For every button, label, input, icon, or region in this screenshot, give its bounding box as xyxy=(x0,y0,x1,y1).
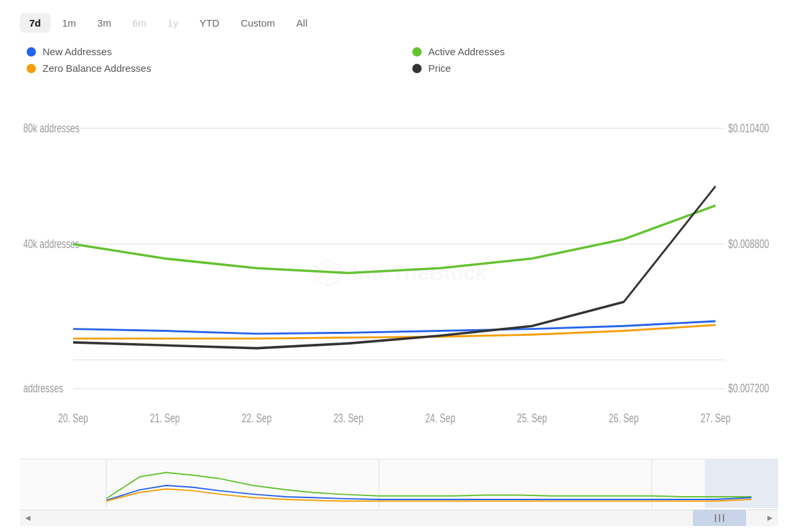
svg-text:21. Sep: 21. Sep xyxy=(150,411,180,425)
legend-active-addresses[interactable]: Active Addresses xyxy=(412,46,778,57)
legend-label-new-addresses: New Addresses xyxy=(43,46,112,57)
scroll-thumb-handle-1 xyxy=(715,514,716,522)
filter-7d[interactable]: 7d xyxy=(20,13,51,33)
svg-text:27. Sep: 27. Sep xyxy=(701,411,731,425)
chart-legend: New Addresses Active Addresses Zero Bala… xyxy=(20,46,778,74)
svg-text:24. Sep: 24. Sep xyxy=(426,411,456,425)
main-chart-svg: 80k addresses 40k addresses addresses $0… xyxy=(20,90,778,456)
svg-text:addresses: addresses xyxy=(23,381,63,395)
chart-area: IntoTheBlock 80k addresses 40k addresses… xyxy=(20,90,778,525)
legend-label-price: Price xyxy=(428,63,451,74)
filter-1m[interactable]: 1m xyxy=(53,13,86,33)
svg-text:26. Sep: 26. Sep xyxy=(609,411,639,425)
navigator-scrollbar[interactable]: ◀ ▶ xyxy=(20,509,778,525)
svg-text:$0.008800: $0.008800 xyxy=(728,236,769,250)
svg-text:40k addresses: 40k addresses xyxy=(23,236,80,250)
legend-zero-balance[interactable]: Zero Balance Addresses xyxy=(27,63,392,74)
chart-navigator: May '24 Jul '24 Sep '24 ◀ ▶ xyxy=(20,459,778,525)
legend-label-active-addresses: Active Addresses xyxy=(428,46,505,57)
time-filter-bar: 7d 1m 3m 6m 1y YTD Custom All xyxy=(20,13,778,33)
scroll-track[interactable] xyxy=(36,510,762,526)
legend-label-zero-balance: Zero Balance Addresses xyxy=(43,63,151,74)
svg-text:$0.010400: $0.010400 xyxy=(728,120,769,134)
filter-custom[interactable]: Custom xyxy=(231,13,285,33)
legend-dot-zero-balance xyxy=(27,64,36,73)
legend-price[interactable]: Price xyxy=(412,63,778,74)
svg-text:20. Sep: 20. Sep xyxy=(59,411,88,425)
filter-1y: 1y xyxy=(158,13,188,33)
filter-all[interactable]: All xyxy=(287,13,317,33)
filter-3m[interactable]: 3m xyxy=(88,13,120,33)
svg-text:22. Sep: 22. Sep xyxy=(242,411,272,425)
svg-text:23. Sep: 23. Sep xyxy=(334,411,364,425)
scroll-thumb-handle-3 xyxy=(723,514,724,522)
svg-text:80k addresses: 80k addresses xyxy=(23,120,80,134)
legend-dot-new-addresses xyxy=(27,47,36,57)
scroll-thumb-handle-2 xyxy=(719,514,720,522)
svg-text:25. Sep: 25. Sep xyxy=(517,411,547,425)
legend-new-addresses[interactable]: New Addresses xyxy=(27,46,392,57)
filter-6m: 6m xyxy=(123,13,156,33)
scroll-left-button[interactable]: ◀ xyxy=(20,510,36,526)
legend-dot-active-addresses xyxy=(412,47,422,57)
filter-ytd[interactable]: YTD xyxy=(190,13,229,33)
scroll-thumb[interactable] xyxy=(693,510,746,526)
scroll-right-button[interactable]: ▶ xyxy=(762,510,778,526)
svg-text:$0.007200: $0.007200 xyxy=(728,381,769,395)
legend-dot-price xyxy=(412,64,422,73)
main-container: 7d 1m 3m 6m 1y YTD Custom All New Addres… xyxy=(0,0,798,532)
chart-main: IntoTheBlock 80k addresses 40k addresses… xyxy=(20,90,778,456)
